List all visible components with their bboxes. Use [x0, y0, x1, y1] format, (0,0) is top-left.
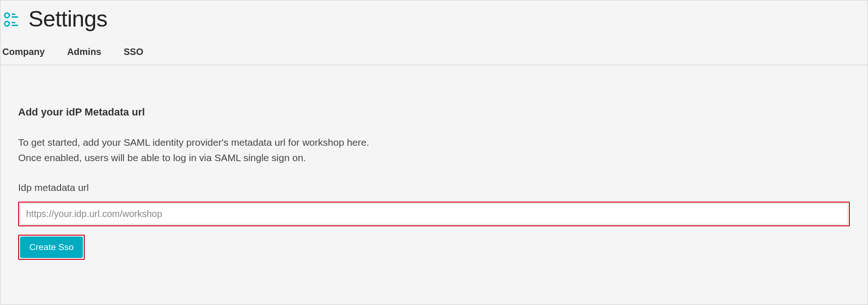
section-description: To get started, add your SAML identity p… [18, 135, 850, 165]
sso-content: Add your idP Metadata url To get started… [0, 65, 868, 278]
idp-url-highlight [18, 202, 850, 226]
svg-rect-1 [12, 14, 15, 15]
section-heading: Add your idP Metadata url [18, 106, 850, 118]
settings-page: Settings Company Admins SSO Add your idP… [0, 0, 868, 305]
svg-rect-5 [12, 25, 18, 26]
description-line-2: Once enabled, users will be able to log … [18, 150, 850, 166]
tabs-nav: Company Admins SSO [0, 32, 868, 65]
idp-url-label: Idp metadata url [18, 182, 850, 193]
idp-url-input[interactable] [20, 203, 848, 224]
page-header: Settings [0, 0, 868, 32]
svg-rect-2 [12, 16, 18, 18]
create-sso-highlight: Create Sso [18, 235, 85, 260]
svg-point-3 [5, 21, 9, 26]
tab-admins[interactable]: Admins [67, 47, 101, 57]
tab-sso[interactable]: SSO [123, 47, 143, 57]
description-line-1: To get started, add your SAML identity p… [18, 135, 850, 150]
svg-point-0 [5, 13, 9, 18]
svg-rect-4 [12, 22, 15, 23]
tab-company[interactable]: Company [2, 47, 45, 57]
page-title: Settings [28, 6, 107, 32]
create-sso-button[interactable]: Create Sso [20, 237, 83, 258]
app-logo-icon [2, 10, 21, 28]
